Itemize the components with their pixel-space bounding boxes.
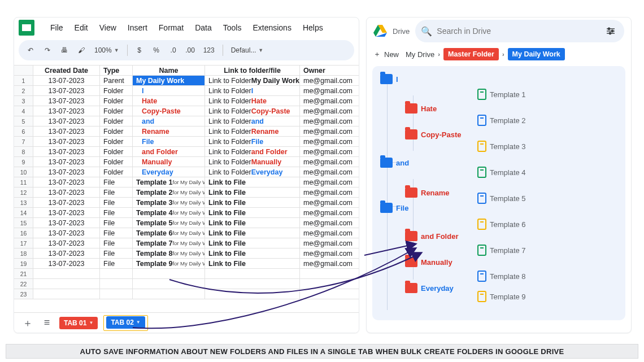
cell-link[interactable]: Link to File xyxy=(205,177,300,187)
cell-empty[interactable] xyxy=(300,289,359,299)
cell-link[interactable]: Link to Folder My Daily Work xyxy=(205,76,300,86)
cell-empty[interactable] xyxy=(100,279,133,289)
col-type[interactable]: Type xyxy=(100,66,133,76)
cell-link[interactable]: Link to Folder File xyxy=(205,137,300,147)
cell-type[interactable]: Parent xyxy=(100,76,133,86)
cell-owner[interactable]: me@gmail.com xyxy=(300,76,359,86)
cell-empty[interactable] xyxy=(205,269,300,279)
cell-empty[interactable] xyxy=(33,279,100,289)
decrease-decimal-icon[interactable]: .0 xyxy=(166,43,181,58)
table-row[interactable]: 1813-07-2023FileTemplate 8 for My Daily … xyxy=(14,248,359,259)
menu-edit[interactable]: Edit xyxy=(69,20,94,36)
row-number[interactable]: 2 xyxy=(14,86,33,96)
folder-rename[interactable]: Rename xyxy=(405,187,450,198)
cell-date[interactable]: 13-07-2023 xyxy=(33,218,100,228)
row-number[interactable]: 9 xyxy=(14,157,33,167)
cell-name[interactable]: I xyxy=(133,86,205,96)
cell-type[interactable]: Folder xyxy=(100,147,133,157)
row-number[interactable]: 10 xyxy=(14,167,33,177)
row-number[interactable]: 15 xyxy=(14,218,33,228)
folder-i[interactable]: I xyxy=(380,74,398,84)
undo-icon[interactable]: ↶ xyxy=(23,43,38,58)
cell-link[interactable]: Link to Folder I xyxy=(205,86,300,96)
cell-name[interactable]: File xyxy=(133,137,205,147)
cell-date[interactable]: 13-07-2023 xyxy=(33,177,100,187)
cell-type[interactable]: Folder xyxy=(100,137,133,147)
menu-data[interactable]: Data xyxy=(189,20,217,36)
file-template-9[interactable]: Template 9 xyxy=(477,291,526,302)
table-row[interactable]: 21 xyxy=(14,269,359,279)
row-number[interactable]: 6 xyxy=(14,127,33,137)
row-number[interactable]: 12 xyxy=(14,187,33,198)
cell-link[interactable]: Link to File xyxy=(205,198,300,208)
cell-link[interactable]: Link to Folder and Folder xyxy=(205,147,300,157)
cell-name[interactable]: Hate xyxy=(133,96,205,106)
menu-file[interactable]: File xyxy=(45,20,69,36)
menu-insert[interactable]: Insert xyxy=(122,20,153,36)
cell-owner[interactable]: me@gmail.com xyxy=(300,167,359,177)
cell-date[interactable]: 13-07-2023 xyxy=(33,96,100,106)
table-row[interactable]: 913-07-2023FolderManuallyLink to Folder … xyxy=(14,157,359,167)
cell-date[interactable]: 13-07-2023 xyxy=(33,86,100,96)
row-number[interactable]: 11 xyxy=(14,177,33,187)
cell-owner[interactable]: me@gmail.com xyxy=(300,137,359,147)
cell-empty[interactable] xyxy=(133,279,205,289)
cell-link[interactable]: Link to Folder Rename xyxy=(205,127,300,137)
table-row[interactable]: 1313-07-2023FileTemplate 3 for My Daily … xyxy=(14,198,359,208)
row-number[interactable]: 22 xyxy=(14,279,33,289)
cell-type[interactable]: Folder xyxy=(100,167,133,177)
table-row[interactable]: 413-07-2023FolderCopy-PasteLink to Folde… xyxy=(14,106,359,116)
cell-name[interactable]: Template 7 for My Daily Work xyxy=(133,238,205,248)
cell-link[interactable]: Link to File xyxy=(205,218,300,228)
row-number[interactable]: 5 xyxy=(14,116,33,127)
table-row[interactable]: 213-07-2023FolderILink to Folder Ime@gma… xyxy=(14,86,359,96)
file-template-1[interactable]: Template 1 xyxy=(477,89,526,100)
cell-type[interactable]: Folder xyxy=(100,106,133,116)
menu-helps[interactable]: Helps xyxy=(297,20,329,36)
file-template-5[interactable]: Template 5 xyxy=(477,193,526,204)
folder-and-folder[interactable]: and Folder xyxy=(405,231,458,241)
crumb-mydrive[interactable]: My Drive xyxy=(406,50,434,59)
cell-date[interactable]: 13-07-2023 xyxy=(33,76,100,86)
cell-empty[interactable] xyxy=(133,269,205,279)
cell-owner[interactable]: me@gmail.com xyxy=(300,198,359,208)
file-template-7[interactable]: Template 7 xyxy=(477,245,526,256)
cell-name[interactable]: Template 8 for My Daily Work xyxy=(133,248,205,259)
cell-name[interactable]: Template 9 for My Daily Work xyxy=(133,259,205,269)
cell-type[interactable]: File xyxy=(100,177,133,187)
cell-owner[interactable]: me@gmail.com xyxy=(300,106,359,116)
cell-owner[interactable]: me@gmail.com xyxy=(300,96,359,106)
cell-name[interactable]: Copy-Paste xyxy=(133,106,205,116)
cell-owner[interactable]: me@gmail.com xyxy=(300,248,359,259)
row-number[interactable]: 3 xyxy=(14,96,33,106)
cell-date[interactable]: 13-07-2023 xyxy=(33,157,100,167)
cell-date[interactable]: 13-07-2023 xyxy=(33,137,100,147)
row-number[interactable]: 18 xyxy=(14,248,33,259)
crumb-master-folder[interactable]: Master Folder xyxy=(443,48,499,60)
cell-type[interactable]: File xyxy=(100,187,133,198)
cell-owner[interactable]: me@gmail.com xyxy=(300,259,359,269)
cell-name[interactable]: Manually xyxy=(133,157,205,167)
cell-link[interactable]: Link to File xyxy=(205,238,300,248)
search-input[interactable] xyxy=(437,27,598,36)
cell-name[interactable]: Template 6 for My Daily Work xyxy=(133,228,205,238)
cell-link[interactable]: Link to File xyxy=(205,248,300,259)
print-icon[interactable]: 🖶 xyxy=(57,43,72,58)
cell-type[interactable]: Folder xyxy=(100,157,133,167)
cell-link[interactable]: Link to Folder Everyday xyxy=(205,167,300,177)
row-number[interactable]: 17 xyxy=(14,238,33,248)
cell-date[interactable]: 13-07-2023 xyxy=(33,208,100,218)
cell-empty[interactable] xyxy=(100,289,133,299)
cell-owner[interactable]: me@gmail.com xyxy=(300,157,359,167)
cell-date[interactable]: 13-07-2023 xyxy=(33,106,100,116)
cell-date[interactable]: 13-07-2023 xyxy=(33,248,100,259)
new-button[interactable]: ＋New xyxy=(373,49,399,59)
col-link[interactable]: Link to folder/file xyxy=(205,66,300,76)
folder-file[interactable]: File xyxy=(380,203,408,213)
cell-link[interactable]: Link to File xyxy=(205,187,300,198)
cell-date[interactable]: 13-07-2023 xyxy=(33,259,100,269)
row-number[interactable]: 13 xyxy=(14,198,33,208)
table-row[interactable]: 1713-07-2023FileTemplate 7 for My Daily … xyxy=(14,238,359,248)
folder-hate[interactable]: Hate xyxy=(405,103,437,114)
menu-extensions[interactable]: Extensions xyxy=(247,20,297,36)
